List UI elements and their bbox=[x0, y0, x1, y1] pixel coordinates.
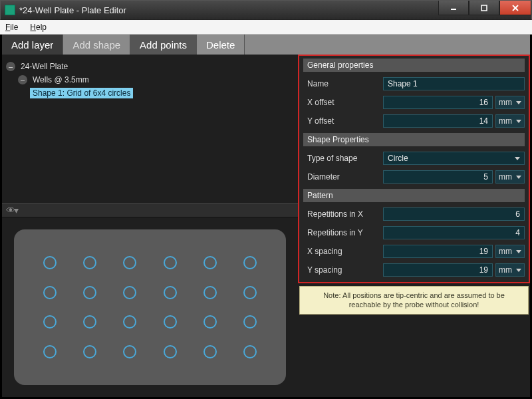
y-offset-field[interactable]: 14 bbox=[383, 114, 493, 128]
y-offset-label: Y offset bbox=[303, 116, 383, 126]
well bbox=[110, 278, 150, 308]
svg-rect-1 bbox=[481, 5, 487, 11]
properties-panel: General properties Name Shape 1 X offset… bbox=[298, 55, 530, 283]
well bbox=[230, 337, 270, 367]
well-circle-icon bbox=[123, 345, 136, 358]
well bbox=[70, 248, 110, 278]
shape-type-select[interactable]: Circle bbox=[383, 152, 525, 165]
x-spacing-field[interactable]: 19 bbox=[383, 245, 493, 258]
eye-icon[interactable]: 👁▾ bbox=[6, 205, 17, 215]
add-points-button[interactable]: Add points bbox=[130, 35, 197, 55]
well-circle-icon bbox=[123, 315, 136, 329]
app-icon bbox=[5, 5, 15, 15]
section-general-header: General properties bbox=[303, 59, 525, 72]
toolbar: Add layer Add shape Add points Delete bbox=[2, 35, 530, 55]
well bbox=[30, 248, 70, 278]
section-pattern-header: Pattern bbox=[303, 189, 525, 202]
well-circle-icon bbox=[83, 286, 96, 299]
titlebar: *24-Well Plate - Plate Editor bbox=[0, 0, 532, 20]
well bbox=[150, 278, 190, 308]
y-spacing-label: Y spacing bbox=[303, 265, 383, 275]
well-circle-icon bbox=[243, 345, 257, 358]
well bbox=[70, 337, 110, 367]
y-offset-unit[interactable]: mm bbox=[495, 114, 525, 128]
chevron-down-icon bbox=[516, 269, 521, 272]
well-circle-icon bbox=[83, 345, 96, 358]
well-circle-icon bbox=[203, 345, 217, 358]
well-circle-icon bbox=[43, 345, 57, 358]
x-offset-unit[interactable]: mm bbox=[495, 96, 525, 109]
y-spacing-field[interactable]: 19 bbox=[383, 263, 493, 277]
tree-shape-label: Shape 1: Grid of 6x4 circles bbox=[30, 88, 133, 98]
well bbox=[230, 248, 270, 278]
collapse-icon[interactable] bbox=[6, 62, 15, 71]
x-spacing-label: X spacing bbox=[303, 247, 383, 256]
maximize-button[interactable] bbox=[469, 1, 499, 15]
tree-shape[interactable]: Shape 1: Grid of 6x4 circles bbox=[30, 86, 294, 100]
well bbox=[110, 337, 150, 367]
well-circle-icon bbox=[164, 315, 177, 329]
well-circle-icon bbox=[43, 286, 57, 299]
well-circle-icon bbox=[123, 286, 136, 299]
well bbox=[150, 248, 190, 278]
menu-file[interactable]: File bbox=[5, 23, 18, 32]
well bbox=[190, 337, 230, 367]
well-circle-icon bbox=[203, 286, 217, 299]
well bbox=[30, 307, 70, 337]
chevron-down-icon bbox=[515, 157, 520, 160]
well bbox=[190, 248, 230, 278]
x-offset-field[interactable]: 16 bbox=[383, 96, 493, 109]
well bbox=[190, 307, 230, 337]
y-spacing-unit[interactable]: mm bbox=[495, 263, 525, 277]
well-circle-icon bbox=[43, 256, 57, 269]
minimize-button[interactable] bbox=[438, 1, 469, 15]
plate bbox=[14, 229, 286, 385]
well-circle-icon bbox=[83, 315, 96, 329]
well-circle-icon bbox=[164, 345, 177, 358]
section-shape-header: Shape Properties bbox=[303, 133, 525, 146]
well bbox=[190, 278, 230, 308]
well-circle-icon bbox=[164, 256, 177, 269]
tree-layer[interactable]: Wells @ 3.5mm bbox=[18, 73, 294, 86]
x-spacing-unit[interactable]: mm bbox=[495, 245, 525, 258]
diameter-label: Diameter bbox=[303, 172, 383, 182]
chevron-down-icon bbox=[516, 101, 521, 104]
reps-y-label: Repetitions in Y bbox=[303, 228, 383, 237]
well-circle-icon bbox=[203, 315, 217, 329]
add-shape-button[interactable]: Add shape bbox=[63, 35, 130, 55]
well bbox=[230, 307, 270, 337]
x-offset-label: X offset bbox=[303, 98, 383, 107]
reps-y-field[interactable]: 4 bbox=[383, 226, 525, 239]
well bbox=[110, 307, 150, 337]
well bbox=[70, 307, 110, 337]
well bbox=[30, 278, 70, 308]
reps-x-field[interactable]: 6 bbox=[383, 207, 525, 221]
close-button[interactable] bbox=[499, 1, 531, 15]
add-layer-button[interactable]: Add layer bbox=[2, 35, 63, 55]
tree-root[interactable]: 24-Well Plate bbox=[6, 60, 294, 73]
delete-button[interactable]: Delete bbox=[197, 35, 245, 55]
reps-x-label: Repetitions in X bbox=[303, 209, 383, 219]
name-label: Name bbox=[303, 79, 383, 88]
well-circle-icon bbox=[243, 256, 257, 269]
menu-help[interactable]: Help bbox=[30, 23, 47, 32]
chevron-down-icon bbox=[516, 176, 521, 179]
layer-tree[interactable]: 24-Well Plate Wells @ 3.5mm Shape 1: Gri… bbox=[2, 55, 298, 105]
shape-type-label: Type of shape bbox=[303, 154, 383, 163]
well-circle-icon bbox=[243, 315, 257, 329]
collapse-icon[interactable] bbox=[18, 75, 27, 84]
well bbox=[150, 337, 190, 367]
chevron-down-icon bbox=[516, 120, 521, 123]
tree-layer-label: Wells @ 3.5mm bbox=[30, 74, 92, 85]
well-circle-icon bbox=[123, 256, 136, 269]
well bbox=[70, 278, 110, 308]
well-circle-icon bbox=[43, 315, 57, 329]
well bbox=[150, 307, 190, 337]
diameter-field[interactable]: 5 bbox=[383, 170, 493, 184]
note-banner: Note: All positions are tip-centric and … bbox=[299, 286, 529, 315]
name-field[interactable]: Shape 1 bbox=[383, 77, 525, 90]
preview-toolbar: 👁▾ bbox=[2, 203, 298, 217]
diameter-unit[interactable]: mm bbox=[495, 170, 525, 184]
well bbox=[30, 337, 70, 367]
well bbox=[110, 248, 150, 278]
